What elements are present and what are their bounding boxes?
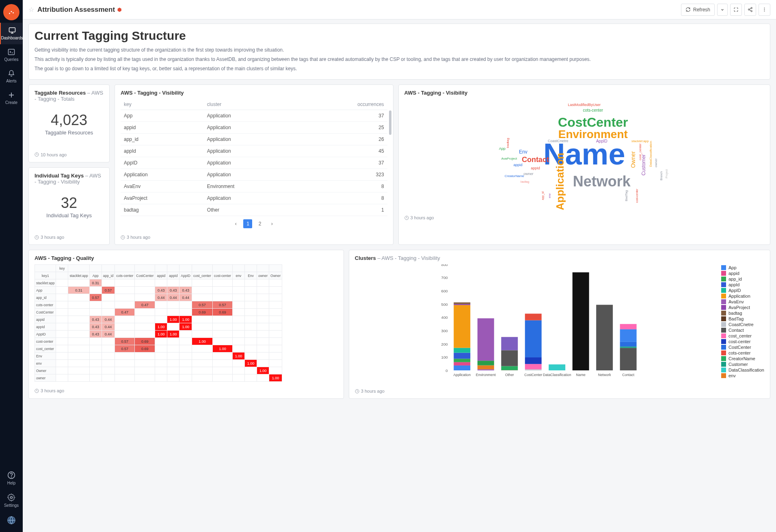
- clock-icon: [121, 235, 125, 240]
- clock-icon: [35, 389, 39, 393]
- svg-point-18: [764, 9, 765, 10]
- table-row[interactable]: AppApplication37: [121, 110, 387, 122]
- table-row[interactable]: ApplicationApplication323: [121, 169, 387, 181]
- svg-text:300: 300: [441, 329, 447, 333]
- globe-icon: [7, 516, 16, 525]
- pager-page-2[interactable]: 2: [255, 219, 264, 228]
- svg-point-17: [764, 8, 765, 9]
- legend-item[interactable]: CreatorName: [721, 356, 764, 361]
- svg-rect-68: [620, 342, 637, 346]
- legend-item[interactable]: app_id: [721, 277, 764, 281]
- quality-card: AWS - Tagging - Quality keykey1stacklet:…: [28, 250, 344, 399]
- quality-heatmap[interactable]: keykey1stacklet:appAppapp_idcots-centerC…: [35, 264, 282, 382]
- svg-text:700: 700: [441, 276, 447, 280]
- plus-icon: [7, 91, 15, 99]
- svg-text:CostCenter: CostCenter: [524, 373, 542, 377]
- refresh-icon: [685, 7, 691, 12]
- col-key[interactable]: key: [121, 99, 204, 110]
- table-row[interactable]: AvaEnvEnvironment8: [121, 181, 387, 192]
- svg-rect-56: [525, 357, 542, 364]
- legend-item[interactable]: AvaEnv: [721, 299, 764, 304]
- nav-settings[interactable]: Settings: [0, 489, 23, 512]
- share-button[interactable]: [744, 4, 756, 16]
- svg-text:Network: Network: [598, 373, 612, 377]
- table-scrollbar[interactable]: [389, 110, 391, 135]
- svg-point-14: [751, 7, 752, 9]
- intro-p1: Getting visibility into the current tagg…: [35, 47, 764, 54]
- legend-item[interactable]: badtag: [721, 311, 764, 316]
- legend-item[interactable]: AvaProject: [721, 305, 764, 310]
- logo-icon: [3, 4, 19, 20]
- svg-point-2: [13, 12, 14, 13]
- star-icon[interactable]: ☆: [28, 6, 34, 13]
- legend-item[interactable]: DataClassification: [721, 368, 764, 372]
- pager-next[interactable]: ›: [268, 219, 277, 228]
- legend-item[interactable]: Customer: [721, 362, 764, 367]
- legend-item[interactable]: cost-center: [721, 339, 764, 344]
- svg-text:200: 200: [441, 342, 447, 346]
- nav-create[interactable]: Create: [0, 87, 23, 109]
- legend-item[interactable]: App: [721, 265, 764, 270]
- svg-rect-37: [454, 353, 470, 359]
- legend-item[interactable]: CostCenter: [721, 345, 764, 350]
- nav-globe[interactable]: [0, 512, 23, 532]
- svg-rect-60: [549, 365, 565, 371]
- col-occurrences[interactable]: occurrences: [296, 99, 387, 110]
- refresh-dropdown[interactable]: [717, 4, 728, 16]
- nav-alerts[interactable]: Alerts: [0, 66, 23, 87]
- monitor-icon: [8, 27, 16, 34]
- refresh-button[interactable]: Refresh: [681, 4, 715, 16]
- visibility-table-card: AWS - Tagging - Visibility key cluster o…: [115, 84, 393, 245]
- svg-text:500: 500: [441, 302, 447, 307]
- nav-queries[interactable]: Queries: [0, 44, 23, 66]
- wordcloud[interactable]: Name CostCenter Environment Network Appl…: [497, 99, 672, 209]
- svg-text:100: 100: [441, 355, 447, 360]
- table-row[interactable]: AppIDApplication37: [121, 157, 387, 169]
- table-row[interactable]: app_idApplication26: [121, 134, 387, 145]
- table-row[interactable]: badtagOther1: [121, 204, 387, 216]
- intro-p2: This activity is typically done by listi…: [35, 56, 764, 63]
- col-cluster[interactable]: cluster: [204, 99, 297, 110]
- svg-text:800: 800: [441, 264, 447, 267]
- svg-text:Environment: Environment: [476, 373, 496, 377]
- clusters-bar-chart[interactable]: 0100200300400500600700800ApplicationEnvi…: [355, 264, 721, 382]
- page-title: Attribution Assessment ⬢: [37, 6, 121, 14]
- svg-rect-51: [501, 350, 518, 366]
- legend-item[interactable]: env: [721, 373, 764, 378]
- expand-icon: [733, 7, 739, 12]
- taggable-resources-card: Taggable Resources – AWS - Tagging - Tot…: [28, 84, 110, 162]
- pager-page-1[interactable]: 1: [243, 219, 252, 228]
- legend-item[interactable]: Contact: [721, 328, 764, 333]
- clusters-legend: Appappidapp_idappIdAppIDApplicationAvaEn…: [721, 264, 764, 382]
- legend-item[interactable]: BadTag: [721, 316, 764, 321]
- legend-item[interactable]: cost_center: [721, 333, 764, 338]
- legend-item[interactable]: appid: [721, 271, 764, 276]
- share-icon: [748, 7, 753, 12]
- indiv-value: 32: [35, 195, 104, 212]
- svg-point-1: [11, 11, 12, 12]
- gear-icon: [7, 493, 15, 502]
- clock-icon: [35, 235, 39, 240]
- nav-help[interactable]: Help: [0, 467, 23, 489]
- pager-prev[interactable]: ‹: [231, 219, 240, 228]
- table-row[interactable]: AvaProjectApplication8: [121, 192, 387, 204]
- terminal-icon: [7, 48, 15, 56]
- nav-dashboards[interactable]: Dashboards: [0, 23, 22, 44]
- legend-item[interactable]: cots-center: [721, 350, 764, 355]
- more-button[interactable]: [759, 4, 770, 16]
- legend-item[interactable]: CoastCnetre: [721, 322, 764, 327]
- svg-point-15: [748, 9, 750, 10]
- svg-text:Other: Other: [505, 373, 514, 377]
- legend-item[interactable]: appId: [721, 282, 764, 287]
- table-row[interactable]: appIdApplication45: [121, 145, 387, 157]
- svg-rect-45: [478, 361, 494, 365]
- topbar: ☆ Attribution Assessment ⬢ Refresh: [23, 0, 776, 19]
- legend-item[interactable]: Application: [721, 294, 764, 298]
- svg-rect-70: [620, 324, 637, 329]
- table-row[interactable]: appidApplication25: [121, 122, 387, 134]
- svg-text:Name: Name: [576, 373, 585, 377]
- legend-item[interactable]: AppID: [721, 288, 764, 293]
- svg-point-16: [751, 11, 752, 12]
- fullscreen-button[interactable]: [730, 4, 742, 16]
- table-pager: ‹ 1 2 ›: [121, 216, 387, 228]
